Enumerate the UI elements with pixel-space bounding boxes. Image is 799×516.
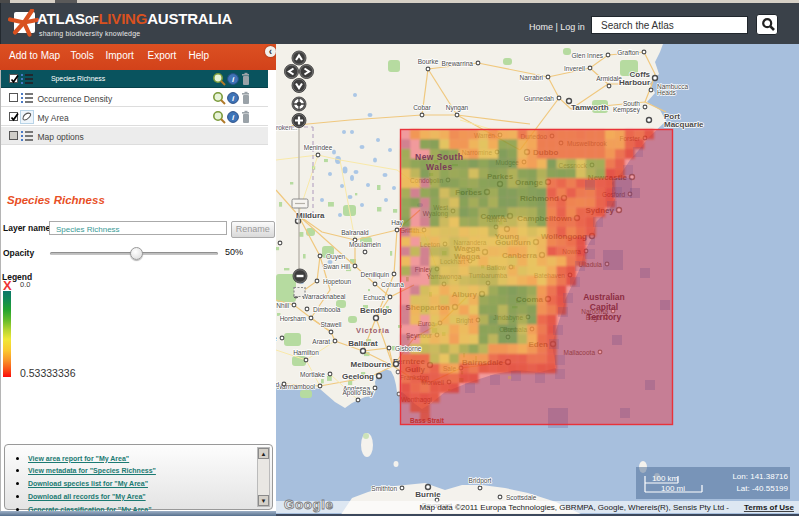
svg-text:Horsham: Horsham: [280, 315, 306, 322]
svg-text:Mildura: Mildura: [296, 211, 325, 220]
svg-text:Territory: Territory: [587, 312, 622, 322]
svg-text:Apollo Bay: Apollo Bay: [342, 389, 374, 397]
svg-text:Ballarat: Ballarat: [348, 339, 378, 348]
svg-text:Harbour: Harbour: [619, 78, 650, 87]
svg-text:Capital: Capital: [590, 302, 618, 312]
svg-text:Deniliquin: Deniliquin: [360, 271, 389, 279]
svg-text:Bass Strait: Bass Strait: [410, 417, 445, 424]
svg-text:Hamilton: Hamilton: [293, 349, 319, 356]
svg-text:Australian: Australian: [583, 292, 625, 302]
svg-text:Terms of Use: Terms of Use: [744, 503, 795, 512]
svg-text:100 mi: 100 mi: [661, 484, 685, 493]
svg-text:Burnie: Burnie: [415, 490, 441, 499]
svg-text:Mortlake: Mortlake: [300, 371, 325, 378]
svg-text:Bridport: Bridport: [469, 477, 492, 485]
svg-text:Tamworth: Tamworth: [571, 103, 609, 112]
svg-text:Hay: Hay: [391, 219, 403, 227]
svg-text:Victoria: Victoria: [356, 326, 390, 335]
svg-text:Warracknabeal: Warracknabeal: [302, 293, 346, 300]
svg-text:Nhill: Nhill: [276, 302, 289, 309]
svg-text:Ouyen: Ouyen: [326, 253, 346, 261]
svg-text:Inverell: Inverell: [564, 65, 586, 72]
svg-text:Ararat: Ararat: [312, 338, 330, 345]
svg-text:Wales: Wales: [426, 162, 453, 172]
svg-text:Cobar: Cobar: [413, 104, 432, 111]
svg-text:Stawell: Stawell: [321, 321, 343, 328]
svg-text:New South: New South: [415, 152, 463, 162]
svg-text:Smithton: Smithton: [371, 485, 397, 492]
svg-text:Lat: -40.55199: Lat: -40.55199: [736, 484, 788, 493]
svg-text:Menindee: Menindee: [304, 144, 333, 151]
svg-text:Narrabri: Narrabri: [520, 74, 543, 81]
svg-text:Swan Hill: Swan Hill: [323, 263, 351, 270]
svg-text:Gisborne: Gisborne: [395, 345, 422, 352]
svg-text:Dimboola: Dimboola: [313, 306, 341, 313]
svg-text:wood: wood: [276, 381, 279, 388]
svg-text:Cohuna: Cohuna: [381, 281, 404, 288]
svg-text:Moulamein: Moulamein: [349, 241, 381, 248]
svg-text:Gunnedah: Gunnedah: [524, 95, 555, 102]
svg-text:100 km: 100 km: [652, 474, 679, 483]
svg-text:Bourke: Bourke: [418, 58, 439, 65]
svg-text:Brewarrina: Brewarrina: [442, 60, 474, 67]
svg-text:Hopetoun: Hopetoun: [323, 278, 352, 286]
svg-text:Melbourne: Melbourne: [351, 360, 392, 369]
svg-text:Macquarie: Macquarie: [664, 120, 704, 129]
svg-text:Scottsdale: Scottsdale: [506, 494, 537, 501]
svg-text:Glen Innes: Glen Innes: [572, 52, 604, 59]
svg-text:Map data ©2011 Europa Technolo: Map data ©2011 Europa Technologies, GBRM…: [419, 503, 729, 512]
svg-text:Kempsey: Kempsey: [613, 106, 641, 114]
svg-text:Geelong: Geelong: [342, 372, 374, 381]
svg-text:Lon: 141.38716: Lon: 141.38716: [732, 472, 788, 481]
svg-text:Echuca: Echuca: [363, 294, 385, 301]
svg-text:Balranald: Balranald: [341, 229, 369, 236]
svg-text:Google: Google: [284, 497, 334, 512]
svg-text:Nyngan: Nyngan: [446, 104, 469, 112]
svg-text:Heads: Heads: [657, 89, 677, 96]
svg-text:Bendigo: Bendigo: [360, 306, 392, 315]
svg-text:Grafton: Grafton: [617, 49, 639, 56]
